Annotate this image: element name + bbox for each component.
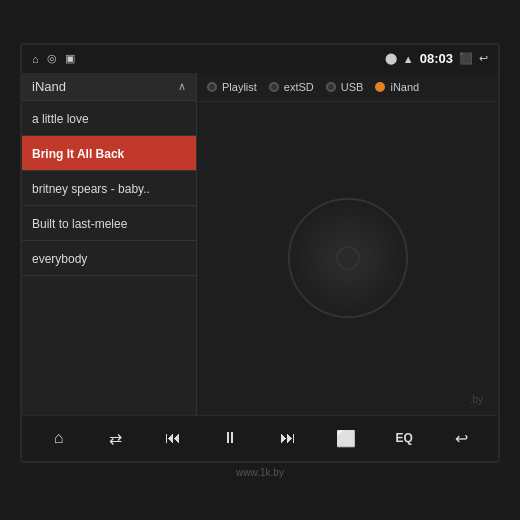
source-tabs: Playlist extSD USB iNand	[197, 73, 498, 102]
status-right-info: ⬤ ▲ 08:03 ⬛ ↩	[385, 51, 488, 66]
tab-usb[interactable]: USB	[326, 81, 364, 93]
list-item[interactable]: a little love	[22, 101, 196, 136]
back-button[interactable]: ↩	[446, 425, 476, 452]
shuffle-button[interactable]: ⇄	[101, 425, 131, 452]
home-status-icon: ⌂	[32, 53, 39, 65]
album-art	[288, 198, 408, 318]
sidebar-collapse-arrow: ∧	[178, 80, 186, 93]
status-left-icons: ⌂ ◎ ▣	[32, 52, 75, 65]
tab-extsd[interactable]: extSD	[269, 81, 314, 93]
bluetooth-icon: ⬤	[385, 52, 397, 65]
list-item[interactable]: everybody	[22, 241, 196, 276]
album-art-area: .by	[197, 102, 498, 415]
tab-inand[interactable]: iNand	[375, 81, 419, 93]
list-item[interactable]: britney spears - baby..	[22, 171, 196, 206]
clock: 08:03	[420, 51, 453, 66]
song-title: Built to last-melee	[32, 217, 127, 231]
signal-icon: ▲	[403, 53, 414, 65]
tab-dot-extsd	[269, 82, 279, 92]
photo-status-icon: ▣	[65, 52, 75, 65]
song-title: a little love	[32, 112, 89, 126]
brightness-status-icon: ◎	[47, 52, 57, 65]
player-area: Playlist extSD USB iNand	[197, 73, 498, 415]
tab-dot-usb	[326, 82, 336, 92]
list-item[interactable]: Built to last-melee	[22, 206, 196, 241]
playlist-sidebar: iNand ∧ a little love Bring It All Back …	[22, 73, 197, 415]
tab-label-extsd: extSD	[284, 81, 314, 93]
control-bar: ⌂ ⇄ ⏮ ⏸ ⏭ ⬜ EQ ↩	[22, 415, 498, 461]
tab-label-usb: USB	[341, 81, 364, 93]
next-button[interactable]: ⏭	[273, 425, 303, 451]
sidebar-header-label: iNand	[32, 79, 66, 94]
tab-label-inand: iNand	[390, 81, 419, 93]
repeat-button[interactable]: ⬜	[330, 425, 362, 452]
home-button[interactable]: ⌂	[44, 425, 74, 451]
list-item-active[interactable]: Bring It All Back	[22, 136, 196, 171]
tab-dot-playlist	[207, 82, 217, 92]
play-pause-button[interactable]: ⏸	[215, 425, 245, 451]
tab-dot-inand	[375, 82, 385, 92]
tab-label-playlist: Playlist	[222, 81, 257, 93]
site-watermark: www.1k.by	[236, 467, 284, 478]
status-bar: ⌂ ◎ ▣ ⬤ ▲ 08:03 ⬛ ↩	[22, 45, 498, 73]
sidebar-header[interactable]: iNand ∧	[22, 73, 196, 101]
prev-button[interactable]: ⏮	[158, 425, 188, 451]
tab-playlist[interactable]: Playlist	[207, 81, 257, 93]
song-title: everybody	[32, 252, 87, 266]
watermark-text: .by	[470, 394, 483, 405]
main-content: iNand ∧ a little love Bring It All Back …	[22, 73, 498, 415]
album-art-inner	[290, 200, 406, 316]
song-title-active: Bring It All Back	[32, 147, 124, 161]
back-status-icon: ↩	[479, 52, 488, 65]
song-title: britney spears - baby..	[32, 182, 150, 196]
screen-mirror-icon: ⬛	[459, 52, 473, 65]
eq-button[interactable]: EQ	[389, 427, 419, 449]
